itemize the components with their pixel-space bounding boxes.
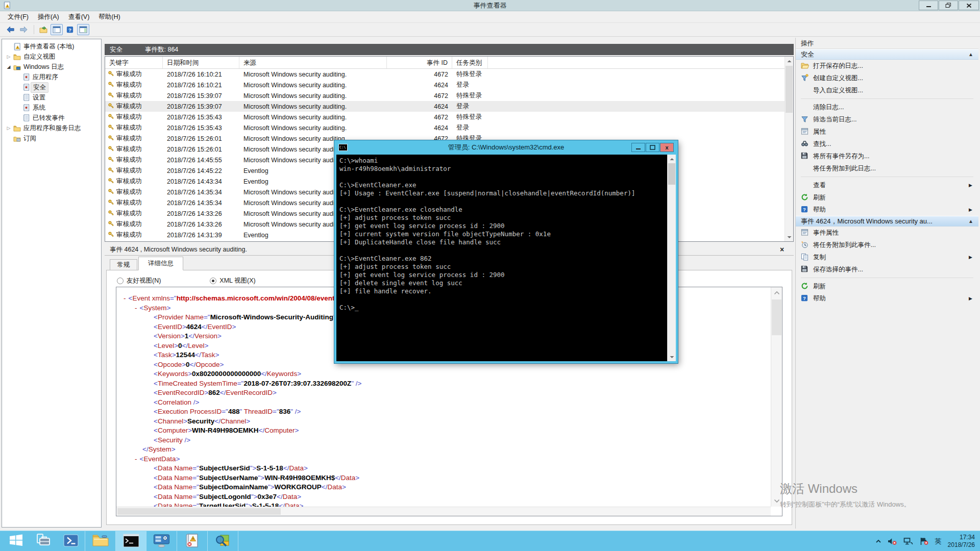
action-item[interactable]: 清除日志... bbox=[796, 101, 978, 113]
sidebar-item-windows-logs[interactable]: ◢Windows 日志 bbox=[2, 62, 101, 72]
action-item[interactable]: 复制▶ bbox=[796, 251, 978, 263]
action-item[interactable]: 查看▶ bbox=[796, 179, 978, 191]
event-row[interactable]: 审核成功2018/7/26 15:35:43Microsoft Windows … bbox=[105, 122, 785, 133]
sidebar-item-system-log[interactable]: 系统 bbox=[2, 103, 101, 113]
action-item[interactable]: 刷新 bbox=[796, 191, 978, 204]
column-header-0[interactable]: 关键字 bbox=[105, 57, 163, 68]
file-explorer-button[interactable] bbox=[85, 531, 116, 551]
scroll-up-button[interactable] bbox=[668, 155, 676, 163]
tab-general[interactable]: 常规 bbox=[110, 259, 137, 270]
powershell-button[interactable] bbox=[57, 531, 85, 551]
menu-help[interactable]: 帮助(H) bbox=[94, 11, 125, 23]
action-item[interactable]: 将所有事件另存为... bbox=[796, 150, 978, 162]
show-console-tree-button[interactable] bbox=[51, 24, 63, 35]
action-item[interactable]: 属性 bbox=[796, 126, 978, 138]
action-item[interactable]: 保存选择的事件... bbox=[796, 263, 978, 276]
start-button[interactable] bbox=[2, 531, 30, 551]
sidebar-item-application-log[interactable]: 应用程序 bbox=[2, 72, 101, 82]
console-output[interactable]: C:\>whoami win-r49h98oemkh\administrator… bbox=[336, 155, 676, 361]
scroll-down-button[interactable] bbox=[771, 495, 782, 507]
action-item[interactable]: 将任务附加到此日志... bbox=[796, 162, 978, 174]
event-viewer-button[interactable] bbox=[177, 531, 208, 551]
column-header-1[interactable]: 日期和时间 bbox=[163, 57, 239, 68]
scroll-up-button[interactable] bbox=[771, 287, 782, 298]
action-item[interactable]: 查找... bbox=[796, 138, 978, 150]
column-header-2[interactable]: 来源 bbox=[239, 57, 387, 68]
sidebar-item-setup-log[interactable]: 设置 bbox=[2, 92, 101, 103]
collapse-section-icon[interactable]: ▲ bbox=[968, 49, 973, 60]
sidebar-item-forwarded-events-log[interactable]: 已转发事件 bbox=[2, 113, 101, 123]
clock[interactable]: 17:34 2018/7/26 bbox=[948, 534, 975, 549]
sidebar-item-security-log[interactable]: 安全 bbox=[2, 82, 101, 92]
friendly-view-radio[interactable]: 友好视图(N) bbox=[117, 277, 161, 285]
action-item[interactable]: 创建自定义视图... bbox=[796, 72, 978, 84]
open-saved-log-button[interactable] bbox=[37, 24, 50, 35]
menu-action[interactable]: 操作(A) bbox=[33, 11, 64, 23]
cmd-titlebar[interactable]: C:\ 管理员: C:\Windows\system32\cmd.exe x bbox=[334, 140, 678, 155]
system-tool-button[interactable] bbox=[207, 531, 238, 551]
scroll-up-button[interactable] bbox=[785, 57, 793, 65]
sidebar-item-apps-services-logs[interactable]: ▷应用程序和服务日志 bbox=[2, 123, 101, 133]
list-scrollbar[interactable] bbox=[785, 57, 793, 241]
action-item[interactable]: 将任务附加到此事件... bbox=[796, 239, 978, 251]
detail-close-icon[interactable]: × bbox=[777, 245, 787, 254]
action-item[interactable]: ?帮助▶ bbox=[796, 204, 978, 216]
action-item[interactable]: 筛选当前日志... bbox=[796, 113, 978, 126]
sidebar-item-custom-views[interactable]: ▷自定义视图 bbox=[2, 52, 101, 62]
cmd-minimize-button[interactable] bbox=[631, 143, 645, 152]
restore-button[interactable] bbox=[939, 1, 958, 10]
network-status-icon[interactable] bbox=[903, 537, 913, 545]
action-item[interactable]: 事件属性 bbox=[796, 227, 978, 239]
action-group-header-0[interactable]: 安全▲ bbox=[796, 49, 978, 60]
xml-hscrollbar[interactable] bbox=[116, 507, 771, 516]
sidebar-item-event-viewer-local[interactable]: 事件查看器 (本地) bbox=[2, 41, 101, 52]
scroll-thumb[interactable] bbox=[668, 163, 675, 185]
menu-file[interactable]: 文件(F) bbox=[3, 11, 33, 23]
back-button[interactable] bbox=[4, 24, 16, 35]
action-item[interactable]: 刷新 bbox=[796, 280, 978, 292]
cmd-close-button[interactable]: x bbox=[660, 143, 674, 152]
cmd-maximize-button[interactable] bbox=[646, 143, 659, 152]
scroll-thumb[interactable] bbox=[786, 66, 793, 113]
event-row[interactable]: 审核成功2018/7/26 16:10:21Microsoft Windows … bbox=[105, 69, 785, 80]
command-prompt-button[interactable] bbox=[115, 531, 146, 551]
scroll-thumb[interactable] bbox=[772, 299, 781, 335]
action-item[interactable]: ?帮助▶ bbox=[796, 292, 978, 305]
action-group-header-1[interactable]: 事件 4624，Microsoft Windows security au...… bbox=[796, 216, 978, 227]
console-scrollbar[interactable] bbox=[667, 155, 676, 361]
collapse-section-icon[interactable]: ▲ bbox=[968, 216, 973, 227]
cmd-window[interactable]: C:\ 管理员: C:\Windows\system32\cmd.exe x C… bbox=[334, 140, 678, 363]
event-row[interactable]: 审核成功2018/7/26 15:35:43Microsoft Windows … bbox=[105, 112, 785, 122]
column-header-4[interactable]: 任务类别 bbox=[452, 57, 488, 68]
computer-management-button[interactable] bbox=[146, 531, 177, 551]
expander-expanded-icon[interactable]: ◢ bbox=[5, 64, 12, 69]
action-item[interactable]: 打开保存的日志... bbox=[796, 60, 978, 72]
collapse-toggle-icon[interactable]: - bbox=[135, 304, 140, 312]
column-header-3[interactable]: 事件 ID bbox=[387, 57, 452, 68]
server-manager-button[interactable] bbox=[30, 531, 57, 551]
sidebar-item-subscriptions[interactable]: 订阅 bbox=[2, 133, 101, 143]
help-button[interactable]: ? bbox=[64, 24, 76, 35]
action-pane-button[interactable] bbox=[77, 24, 89, 35]
xml-scrollbar[interactable] bbox=[771, 287, 782, 507]
menu-view[interactable]: 查看(V) bbox=[64, 11, 94, 23]
tab-details[interactable]: 详细信息 bbox=[138, 257, 183, 270]
scroll-down-button[interactable] bbox=[668, 353, 676, 361]
scroll-down-button[interactable] bbox=[785, 233, 793, 241]
collapse-toggle-icon[interactable]: - bbox=[135, 455, 140, 463]
event-row[interactable]: 审核成功2018/7/26 15:39:07Microsoft Windows … bbox=[105, 101, 785, 112]
scroll-thumb[interactable] bbox=[117, 508, 281, 515]
language-indicator[interactable]: 英 bbox=[935, 537, 942, 546]
flag-error-icon[interactable] bbox=[919, 537, 929, 545]
expander-collapsed-icon[interactable]: ▷ bbox=[5, 126, 12, 131]
event-row[interactable]: 审核成功2018/7/26 15:39:07Microsoft Windows … bbox=[105, 90, 785, 101]
minimize-button[interactable] bbox=[919, 1, 938, 10]
close-button[interactable] bbox=[959, 1, 979, 10]
action-item[interactable]: 导入自定义视图... bbox=[796, 84, 978, 96]
xml-view-radio[interactable]: XML 视图(X) bbox=[210, 277, 255, 285]
volume-muted-icon[interactable] bbox=[888, 537, 897, 545]
expander-collapsed-icon[interactable]: ▷ bbox=[5, 54, 12, 59]
forward-button[interactable] bbox=[17, 24, 30, 35]
collapse-toggle-icon[interactable]: - bbox=[124, 294, 129, 302]
event-row[interactable]: 审核成功2018/7/26 16:10:21Microsoft Windows … bbox=[105, 80, 785, 90]
